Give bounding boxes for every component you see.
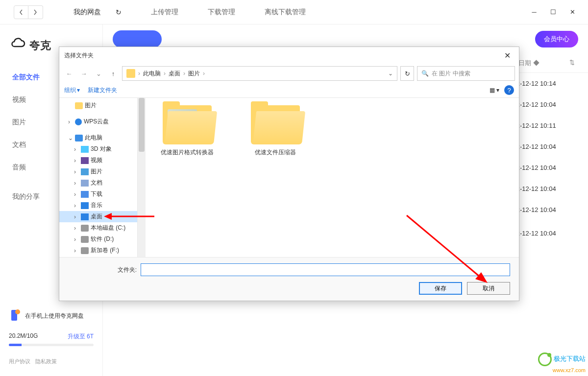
annotation-arrow-1 — [103, 212, 157, 221]
tree-item-wps[interactable]: ›WPS云盘 — [59, 116, 137, 127]
folder-item-1[interactable]: 优速图片格式转换器 — [153, 105, 221, 157]
tab-label: 下载管理 — [208, 8, 235, 17]
pc-icon — [75, 135, 83, 141]
bc-pictures[interactable]: 图片 — [188, 70, 200, 78]
svg-marker-3 — [104, 213, 112, 220]
primary-action-button[interactable] — [113, 30, 162, 48]
tab-download-mgmt[interactable]: 下载管理 — [193, 0, 250, 24]
dlg-up-icon[interactable]: ↑ — [107, 68, 119, 79]
dlg-toolbar: 组织 ▾ 新建文件夹 ▦ ▾ ? — [59, 83, 519, 98]
nav-arrows — [0, 5, 49, 19]
organize-button[interactable]: 组织 ▾ — [64, 86, 80, 94]
dlg-refresh-icon[interactable]: ↻ — [400, 66, 414, 81]
vip-center-button[interactable]: 会员中心 — [535, 31, 578, 47]
storage-progress — [9, 344, 94, 346]
privacy-policy-link[interactable]: 隐私政策 — [35, 358, 57, 365]
bc-this-pc[interactable]: 此电脑 — [143, 70, 161, 78]
window-controls: ─ ☐ ✕ — [531, 9, 588, 16]
folder-icon — [75, 102, 83, 109]
column-settings-icon[interactable]: ⇅ — [569, 59, 578, 68]
footer-links: 用户协议 隐私政策 — [0, 351, 102, 376]
drive-icon — [81, 247, 89, 254]
bc-dropdown-icon[interactable]: ⌄ — [388, 70, 393, 77]
tab-my-disk[interactable]: 我的网盘 ↻ — [59, 0, 136, 24]
tree-scrollbar[interactable] — [138, 98, 146, 257]
watermark-text-2: www.xz7.com — [553, 367, 586, 373]
storage-info: 20.2M/10G 升级至 6T — [0, 328, 102, 351]
phone-icon — [7, 309, 21, 323]
maximize-icon[interactable]: ☐ — [550, 9, 557, 16]
wps-icon — [75, 118, 82, 125]
dlg-forward-icon[interactable]: → — [78, 68, 90, 79]
watermark: 极光下载站 www.xz7.com — [538, 352, 586, 374]
chevron-down-icon: ▾ — [77, 87, 80, 94]
search-icon: 🔍 — [421, 70, 429, 77]
bc-desktop[interactable]: 桌面 — [169, 70, 180, 78]
sort-icon: ◆ — [533, 59, 539, 67]
music-icon — [81, 202, 89, 209]
tree-item-drive-f[interactable]: ›新加卷 (F:) — [59, 245, 137, 256]
minimize-icon[interactable]: ─ — [531, 9, 538, 16]
folder-item-2[interactable]: 优速文件压缩器 — [241, 105, 310, 157]
tree-item-drive-c[interactable]: ›本地磁盘 (C:) — [59, 222, 137, 234]
titlebar: 我的网盘 ↻ 上传管理 下载管理 离线下载管理 ─ ☐ ✕ — [0, 0, 588, 24]
storage-used: 20.2M/10G — [9, 332, 38, 341]
folder-icon — [126, 69, 135, 78]
dlg-recent-icon[interactable]: ⌄ — [93, 68, 104, 79]
tab-offline-download[interactable]: 离线下载管理 — [250, 0, 320, 24]
app-window: 我的网盘 ↻ 上传管理 下载管理 离线下载管理 ─ ☐ ✕ 夸克 全部文件 视频 — [0, 0, 588, 376]
folder-field-label: 文件夹: — [68, 266, 137, 274]
tab-upload-mgmt[interactable]: 上传管理 — [136, 0, 193, 24]
tab-label: 我的网盘 — [74, 8, 101, 17]
svg-line-4 — [407, 215, 483, 279]
help-icon[interactable]: ? — [504, 85, 514, 95]
phone-promo[interactable]: 在手机上使用夸克网盘 — [0, 304, 102, 328]
tree-item-3d[interactable]: ›3D 对象 — [59, 143, 137, 155]
watermark-icon — [538, 352, 552, 366]
top-tabs: 我的网盘 ↻ 上传管理 下载管理 离线下载管理 — [59, 0, 531, 24]
tree-item-drive-d[interactable]: ›软件 (D:) — [59, 234, 137, 245]
download-icon — [81, 191, 89, 198]
doc-icon — [81, 180, 89, 187]
tree-item-pictures2[interactable]: ›图片 — [59, 166, 137, 177]
desktop-icon — [81, 213, 89, 220]
cloud-icon — [10, 37, 25, 54]
video-icon — [81, 157, 89, 164]
dialog-close-icon[interactable]: ✕ — [504, 51, 514, 60]
tree-item-videos[interactable]: ›视频 — [59, 155, 137, 166]
annotation-arrow-2 — [402, 211, 500, 289]
obj3d-icon — [81, 146, 89, 153]
drive-icon — [81, 225, 89, 232]
folder-label: 优速文件压缩器 — [255, 149, 296, 156]
tree-item-docs[interactable]: ›文档 — [59, 177, 137, 188]
folder-tree: 图片 ›WPS云盘 ⌄此电脑 ›3D 对象 ›视频 ›图片 ›文档 ›下载 ›音… — [59, 98, 138, 257]
watermark-text-1: 极光下载站 — [554, 355, 586, 362]
drive-icon — [81, 236, 89, 243]
tab-label: 上传管理 — [151, 8, 178, 17]
tree-item-downloads[interactable]: ›下载 — [59, 188, 137, 200]
tree-item-pictures[interactable]: 图片 — [59, 100, 137, 111]
nav-forward-button[interactable] — [28, 5, 43, 19]
brand-text: 夸克 — [29, 38, 51, 53]
phone-promo-text: 在手机上使用夸克网盘 — [25, 312, 84, 320]
new-folder-button[interactable]: 新建文件夹 — [88, 86, 117, 94]
search-placeholder: 在 图片 中搜索 — [432, 70, 470, 78]
upgrade-link[interactable]: 升级至 6T — [68, 332, 94, 341]
dlg-search-box[interactable]: 🔍 在 图片 中搜索 — [417, 66, 515, 81]
dialog-nav: ← → ⌄ ↑ › 此电脑 › 桌面 › 图片 › ⌄ ↻ 🔍 在 图片 中搜索 — [59, 64, 519, 83]
dlg-breadcrumb[interactable]: › 此电脑 › 桌面 › 图片 › ⌄ — [122, 66, 397, 81]
svg-point-1 — [15, 309, 20, 314]
dialog-titlebar: 选择文件夹 ✕ — [59, 47, 519, 64]
close-icon[interactable]: ✕ — [569, 9, 576, 16]
dlg-back-icon[interactable]: ← — [63, 68, 75, 79]
dialog-title: 选择文件夹 — [64, 51, 94, 60]
picture-icon — [81, 168, 89, 175]
folder-label: 优速图片格式转换器 — [161, 149, 214, 156]
tree-item-music[interactable]: ›音乐 — [59, 200, 137, 211]
tab-label: 离线下载管理 — [265, 8, 306, 17]
tree-item-this-pc[interactable]: ⌄此电脑 — [59, 132, 137, 143]
nav-back-button[interactable] — [14, 5, 28, 19]
user-agreement-link[interactable]: 用户协议 — [9, 358, 30, 365]
refresh-icon[interactable]: ↻ — [116, 8, 122, 16]
view-mode-icon[interactable]: ▦ ▾ — [490, 87, 499, 94]
